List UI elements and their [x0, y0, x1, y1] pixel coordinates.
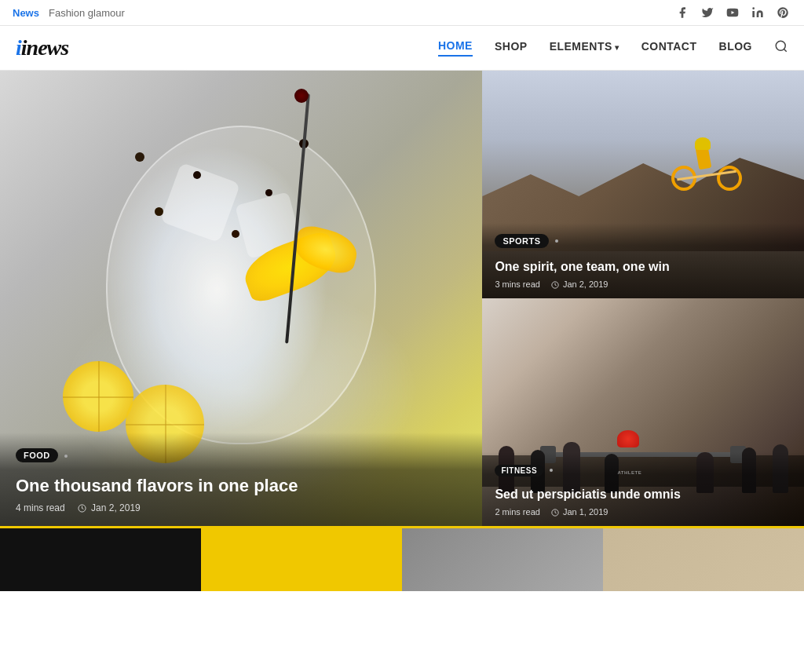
- hero-read-time: 4 mins read: [16, 502, 65, 513]
- nav-shop[interactable]: SHOP: [495, 40, 528, 56]
- sports-read-time: 3 mins read: [495, 279, 539, 289]
- fitness-date: Jan 1, 2019: [551, 507, 608, 517]
- sports-overlay: SPORTS One spirit, one team, one win 3 m…: [482, 223, 804, 298]
- fitness-badge[interactable]: FITNESS: [495, 465, 543, 477]
- hero-date-text: Jan 2, 2019: [91, 502, 141, 513]
- sports-date: Jan 2, 2019: [551, 279, 608, 289]
- hero-main-meta: 4 mins read Jan 2, 2019: [16, 502, 466, 513]
- logo[interactable]: iinews: [16, 35, 68, 60]
- svg-point-0: [752, 7, 755, 9]
- fitness-dot: [550, 469, 553, 472]
- hero-date: Jan 2, 2019: [78, 502, 141, 513]
- bottom-strip: [0, 526, 804, 591]
- twitter-icon[interactable]: [699, 4, 716, 21]
- search-icon[interactable]: [774, 39, 788, 57]
- header: iinews HOME SHOP ELEMENTS CONTACT BLOG: [0, 26, 804, 71]
- strip-card-1[interactable]: [0, 528, 201, 591]
- hero-main-title[interactable]: One thousand flavors in one place: [16, 475, 466, 498]
- breadcrumb: Fashion glamour: [49, 7, 125, 19]
- sports-date-text: Jan 2, 2019: [563, 279, 608, 289]
- fitness-card[interactable]: ATHLETE FITNESS Sed ut perspiciatis unde…: [482, 298, 804, 526]
- fitness-title[interactable]: Sed ut perspiciatis unde omnis: [495, 487, 791, 503]
- strip-card-2[interactable]: [201, 528, 402, 591]
- lemon-slice-1: [63, 361, 133, 432]
- nav-elements[interactable]: ELEMENTS: [550, 40, 619, 56]
- food-badge[interactable]: FOOD: [16, 448, 58, 462]
- hero-right-column: SPORTS One spirit, one team, one win 3 m…: [482, 71, 804, 526]
- top-bar: News Fashion glamour: [0, 0, 804, 26]
- svg-line-2: [784, 49, 786, 51]
- fitness-read-time: 2 mins read: [495, 507, 539, 517]
- hero-main-overlay: FOOD One thousand flavors in one place 4…: [0, 433, 482, 526]
- sports-dot: [555, 239, 558, 243]
- biker-silhouette: [667, 128, 746, 191]
- sports-title[interactable]: One spirit, one team, one win: [495, 259, 791, 276]
- berry-4: [265, 189, 272, 196]
- fitness-date-text: Jan 1, 2019: [563, 507, 608, 517]
- sports-badge[interactable]: SPORTS: [495, 234, 548, 248]
- main-nav: HOME SHOP ELEMENTS CONTACT BLOG: [438, 39, 788, 57]
- hero-grid: FOOD One thousand flavors in one place 4…: [0, 71, 804, 526]
- linkedin-icon[interactable]: [749, 4, 766, 21]
- youtube-icon[interactable]: [724, 4, 741, 21]
- strip-card-3[interactable]: [402, 528, 603, 591]
- facebook-icon[interactable]: [674, 4, 691, 21]
- nav-contact[interactable]: CONTACT: [641, 40, 697, 56]
- red-hat: [617, 430, 639, 447]
- berry-3: [155, 207, 163, 216]
- hero-main-card[interactable]: FOOD One thousand flavors in one place 4…: [0, 71, 482, 526]
- nav-home[interactable]: HOME: [438, 39, 473, 57]
- svg-point-1: [776, 41, 785, 50]
- sports-card[interactable]: SPORTS One spirit, one team, one win 3 m…: [482, 71, 804, 298]
- strip-card-4[interactable]: [603, 528, 804, 591]
- site-label[interactable]: News: [13, 7, 39, 19]
- pinterest-icon[interactable]: [774, 4, 791, 21]
- nav-blog[interactable]: BLOG: [719, 40, 752, 56]
- sports-meta: 3 mins read Jan 2, 2019: [495, 279, 791, 289]
- badge-dot: [64, 455, 68, 458]
- social-icons: [674, 4, 791, 21]
- fitness-meta: 2 mins read Jan 1, 2019: [495, 507, 791, 517]
- berry-2: [193, 171, 201, 179]
- berry-5: [232, 230, 239, 238]
- logo-text: inews: [21, 35, 68, 60]
- top-bar-left: News Fashion glamour: [13, 7, 125, 19]
- fitness-overlay: FITNESS Sed ut perspiciatis unde omnis 2…: [482, 452, 804, 526]
